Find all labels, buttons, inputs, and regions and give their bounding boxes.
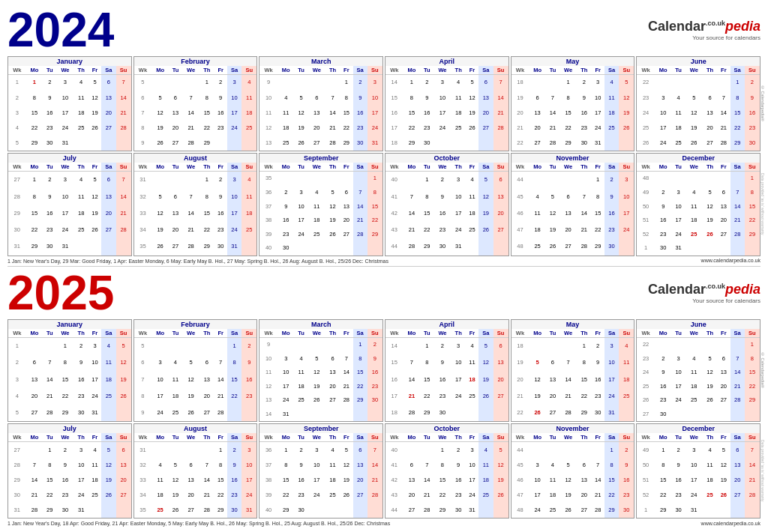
- th-sa: Sa: [478, 163, 493, 172]
- th-sa: Sa: [478, 66, 493, 75]
- table-row: 3021222324252627: [8, 488, 131, 503]
- cal-table-jan-2025: WkMoTuWeThFrSaSu 112345 26789101112 3131…: [8, 329, 131, 422]
- cal-table-september: Wk Mo Tu We Th Fr Sa Su 351 362345678: [260, 163, 382, 256]
- table-row: 13031: [637, 241, 760, 256]
- year-2025-section: 2025 Calendar.co.ukpedia Your source for…: [8, 269, 760, 527]
- table-row: 5223242526272829: [637, 227, 760, 241]
- th-we: We: [560, 163, 577, 172]
- sidebar-warranty-2025: Data provided 'as is' without warranty: [760, 424, 766, 518]
- footnote-row-2025: 1 Jan: New Year's Day, 18 Apr: Good Frid…: [8, 520, 760, 526]
- year-2025-title: 2025: [8, 269, 114, 317]
- month-title-january: January: [8, 57, 131, 66]
- th-mo: Mo: [529, 66, 546, 75]
- cal-table-nov-2025: WkMoTuWeThFrSaSu 4412 453456789 46101112…: [512, 433, 634, 518]
- th-su: Su: [368, 66, 382, 75]
- table-row: 3419202122232425: [134, 222, 257, 238]
- table-row: 19567891011: [512, 354, 634, 371]
- th-tu: Tu: [169, 66, 182, 75]
- th-fr: Fr: [591, 163, 604, 172]
- table-row: 422232425262728: [8, 121, 131, 136]
- brand-name-2025: Calendar.co.ukpedia: [648, 282, 760, 297]
- table-row: 232345678: [637, 351, 760, 366]
- table-row: 14123456: [386, 337, 508, 354]
- th-wk: Wk: [386, 66, 404, 75]
- cal-table-february: Wk Mo Tu We Th Fr Sa Su 51234 6567891011: [134, 66, 257, 151]
- table-row: 2623242526272829: [637, 393, 760, 408]
- table-row: 3245678910: [134, 458, 257, 473]
- th-fr: Fr: [214, 66, 226, 75]
- copyright-text-2024: © Calendarpedia®: [760, 85, 765, 122]
- brand-pedia-2025: pedia: [725, 282, 760, 297]
- table-row: 4214151617181920: [386, 205, 508, 222]
- table-row: 4610111213141516: [512, 473, 634, 488]
- table-row: 3022232425262728: [8, 222, 131, 238]
- table-row: 182930: [386, 136, 508, 151]
- footnote-2025: 1 Jan: New Year's Day, 18 Apr: Good Frid…: [8, 521, 390, 526]
- table-row: 453456789: [512, 458, 634, 473]
- th-su: Su: [745, 163, 760, 172]
- th-tu: Tu: [295, 66, 308, 75]
- brand-name: Calendar.co.ukpedia: [648, 19, 760, 34]
- th-sa: Sa: [227, 66, 242, 75]
- table-row: 509101112131415: [637, 199, 760, 214]
- brand-tagline-2025: Your source for calendars: [648, 297, 760, 304]
- th-we: We: [308, 66, 326, 75]
- table-row: 221: [637, 337, 760, 351]
- th-wk: Wk: [512, 163, 530, 172]
- footnote-2024: 1 Jan: New Year's Day, 29 Mar: Good Frid…: [8, 259, 388, 264]
- cal-table-may: Wk Mo Tu We Th Fr Sa Su 1812345 19678910…: [512, 66, 634, 151]
- month-july-2025: July WkMoTuWeThFrSaSu 27123456 287891011…: [8, 423, 132, 519]
- month-title-sep-2025: September: [260, 424, 382, 433]
- th-mo: Mo: [404, 66, 421, 75]
- table-row: 1431: [260, 408, 382, 422]
- table-row: 32567891011: [134, 189, 257, 205]
- table-row: 4030: [260, 241, 382, 256]
- month-title-july: July: [8, 154, 131, 163]
- th-mo: Mo: [278, 163, 295, 172]
- th-su: Su: [242, 66, 256, 75]
- month-title-september: September: [260, 154, 382, 163]
- cal-table-aug-2025: WkMoTuWeThFrSaSu 31123 3245678910 331112…: [134, 433, 257, 518]
- table-row: 4012345: [386, 442, 508, 458]
- warranty-text-2024: Data provided 'as is' without warranty: [760, 173, 765, 235]
- table-row: 4824252627282930: [512, 503, 634, 518]
- brand-tagline: Your source for calendars: [648, 34, 760, 41]
- th-wk: Wk: [8, 66, 26, 75]
- brand-pedia: pedia: [725, 19, 760, 34]
- th-mo: Mo: [655, 66, 672, 75]
- brand-calendar: Calendar: [648, 19, 706, 34]
- table-row: 44123: [512, 171, 634, 188]
- month-may-2025: May WkMoTuWeThFrSaSu 181234 19567891011 …: [511, 319, 635, 423]
- th-we: We: [56, 66, 74, 75]
- table-row: 313141516171819: [8, 371, 131, 387]
- cal-table-august: Wk Mo Tu We Th Fr Sa Su 311234 325678910…: [134, 163, 257, 256]
- month-june-2024: June Wk Mo Tu We Th Fr Sa Su: [636, 56, 760, 151]
- sidebar-copyright-2024: © Calendarpedia®: [760, 57, 766, 151]
- month-title-february: February: [134, 57, 257, 66]
- table-row: 31123: [134, 442, 257, 458]
- table-row: 712131415161718: [134, 106, 257, 121]
- table-row: 2013141516171819: [512, 106, 634, 121]
- th-th: Th: [74, 163, 88, 172]
- table-row: 141234567: [386, 75, 508, 91]
- cal-table-mar-2025: WkMoTuWeThFrSaSu 912 103456789 111011121…: [260, 329, 382, 422]
- table-row: 416789101112: [386, 458, 508, 473]
- th-th: Th: [74, 66, 88, 75]
- table-row: 5222232425262728: [637, 488, 760, 503]
- table-row: 817181920212223: [134, 388, 257, 405]
- year-2024-header: 2024 Calendar.co.ukpedia Your source for…: [8, 6, 760, 54]
- table-row: 51234: [134, 75, 257, 91]
- month-title-november: November: [512, 154, 634, 163]
- brand-logo: Calendar.co.ukpedia Your source for cale…: [648, 19, 760, 41]
- th-tu: Tu: [43, 66, 56, 75]
- table-row: 50891011121314: [637, 458, 760, 473]
- month-title-nov-2025: November: [512, 424, 634, 433]
- table-row: 492345678: [637, 186, 760, 200]
- brand-logo-2025: Calendar.co.ukpedia Your source for cale…: [648, 282, 760, 304]
- table-row: 2516171819202122: [637, 379, 760, 393]
- th-sa: Sa: [353, 163, 368, 172]
- table-row: 1615161718192021: [386, 106, 508, 121]
- th-th: Th: [326, 66, 340, 75]
- th-th: Th: [200, 163, 214, 172]
- th-tu: Tu: [420, 163, 434, 172]
